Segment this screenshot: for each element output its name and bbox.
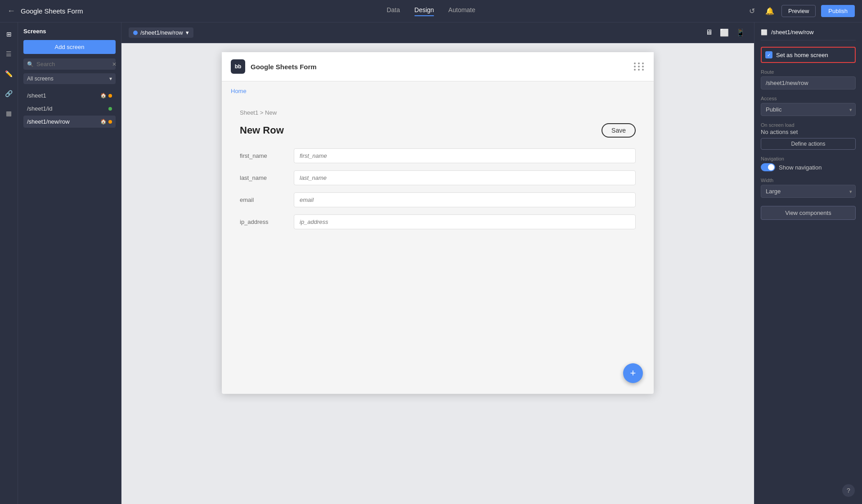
top-nav: ← Google Sheets Form Data Design Automat…: [0, 0, 862, 22]
add-screen-button[interactable]: Add screen: [23, 40, 116, 54]
status-dot: [108, 94, 112, 98]
access-section-label: Access: [761, 96, 856, 101]
screen-item-active[interactable]: /sheet1/new/row 🏠: [23, 116, 116, 128]
search-icon: 🔍: [27, 61, 34, 67]
navigation-row: Show navigation: [761, 163, 856, 171]
main-layout: ⊞ ☰ ✏️ 🔗 ▦ Screens Add screen 🔍 ✕ All sc…: [0, 22, 862, 504]
screens-title: Screens: [23, 28, 116, 35]
app-content: Sheet1 > New New Row Save first_name las…: [222, 100, 654, 245]
screen-list: /sheet1 🏠 /sheet1/id /sheet1/new/row 🏠: [23, 89, 116, 128]
nav-home-link[interactable]: Home: [231, 88, 247, 94]
desktop-icon[interactable]: 🖥: [704, 27, 714, 39]
access-select-wrapper: Public Private: [761, 103, 856, 116]
form-row: email: [240, 192, 636, 207]
canvas-frame: bb Google Sheets Form Home Sheet1 > New: [121, 43, 754, 504]
navigation-section-label: Navigation: [761, 156, 856, 161]
first-name-input[interactable]: [294, 148, 636, 163]
tab-design[interactable]: Design: [414, 6, 434, 16]
home-checkbox: ✓: [765, 51, 772, 58]
route-chevron-icon: ▾: [186, 29, 189, 36]
right-panel: ⬜ /sheet1/new/row ✓ Set as home screen R…: [754, 22, 862, 504]
on-screen-load-label: On screen load: [761, 122, 856, 128]
form-row: last_name: [240, 170, 636, 185]
field-label: first_name: [240, 152, 294, 159]
ip-address-input[interactable]: [294, 214, 636, 229]
home-screen-label: Set as home screen: [776, 52, 828, 58]
route-dot: [133, 31, 138, 35]
preview-button[interactable]: Preview: [781, 5, 816, 17]
access-select[interactable]: Public Private: [761, 103, 856, 116]
sidebar-icon-layers[interactable]: ☰: [3, 48, 15, 60]
mobile-icon[interactable]: 📱: [734, 27, 747, 39]
fab-button[interactable]: +: [623, 363, 643, 383]
app-nav: Home: [222, 81, 654, 100]
search-input[interactable]: [36, 61, 112, 67]
route-input[interactable]: [761, 76, 856, 89]
bell-icon[interactable]: 🔔: [763, 5, 776, 18]
canvas-area: /sheet1/new/row ▾ 🖥 ⬜ 📱 bb Google Sheets…: [121, 22, 754, 504]
undo-icon[interactable]: ↺: [745, 5, 758, 18]
home-icon: 🏠: [100, 93, 107, 98]
app-header: bb Google Sheets Form: [222, 52, 654, 81]
app-logo: bb: [231, 59, 245, 74]
tab-data[interactable]: Data: [386, 6, 400, 16]
tab-automate[interactable]: Automate: [449, 6, 476, 16]
right-route-value: /sheet1/new/row: [771, 29, 814, 36]
sidebar-icon-brush[interactable]: ✏️: [3, 67, 15, 80]
no-actions-text: No actions set: [761, 129, 856, 135]
show-navigation-label: Show navigation: [779, 164, 822, 171]
status-dot: [108, 120, 112, 124]
form-title-row: New Row Save: [240, 123, 636, 138]
publish-button[interactable]: Publish: [821, 5, 855, 17]
last-name-input[interactable]: [294, 170, 636, 185]
help-button[interactable]: ?: [842, 484, 855, 497]
route-section-label: Route: [761, 69, 856, 75]
width-select-wrapper: Large Medium Small: [761, 185, 856, 198]
sidebar-icon-grid[interactable]: ▦: [3, 107, 15, 120]
app-title: Google Sheets Form: [21, 7, 83, 15]
on-screen-load-section: On screen load No actions set Define act…: [761, 122, 856, 150]
field-label: email: [240, 196, 294, 203]
app-frame: bb Google Sheets Form Home Sheet1 > New: [222, 52, 654, 394]
breadcrumb: Sheet1 > New: [240, 109, 636, 116]
email-input[interactable]: [294, 192, 636, 207]
access-section: Access Public Private: [761, 96, 856, 116]
field-label: ip_address: [240, 219, 294, 225]
screen-item[interactable]: /sheet1/id: [23, 103, 116, 115]
route-label: /sheet1/new/row: [140, 29, 183, 36]
app-name-label: Google Sheets Form: [251, 63, 317, 71]
navigation-section: Navigation Show navigation: [761, 156, 856, 171]
back-button[interactable]: ←: [7, 6, 15, 16]
more-options-icon[interactable]: [634, 62, 645, 71]
chevron-down-icon: ▾: [109, 76, 112, 82]
route-section: Route: [761, 69, 856, 89]
screen-filter-dropdown[interactable]: All screens ▾: [23, 73, 116, 84]
define-actions-button[interactable]: Define actions: [761, 138, 856, 150]
show-navigation-toggle[interactable]: [761, 163, 775, 171]
status-dot: [108, 107, 112, 111]
right-panel-route-header: ⬜ /sheet1/new/row: [761, 29, 856, 40]
canvas-toolbar: /sheet1/new/row ▾ 🖥 ⬜ 📱: [121, 22, 754, 43]
device-icons: 🖥 ⬜ 📱: [704, 27, 747, 39]
tablet-icon[interactable]: ⬜: [718, 27, 731, 39]
width-section-label: Width: [761, 178, 856, 183]
form-row: first_name: [240, 148, 636, 163]
home-icon: 🏠: [100, 119, 107, 125]
layout-icon: ⬜: [761, 29, 768, 36]
width-select[interactable]: Large Medium Small: [761, 185, 856, 198]
set-home-screen-row[interactable]: ✓ Set as home screen: [761, 47, 856, 63]
search-box: 🔍 ✕: [23, 58, 116, 70]
sidebar-icon-link[interactable]: 🔗: [3, 87, 15, 100]
search-clear-icon[interactable]: ✕: [112, 61, 117, 67]
save-button[interactable]: Save: [602, 123, 636, 138]
route-badge[interactable]: /sheet1/new/row ▾: [129, 27, 193, 38]
form-title: New Row: [240, 125, 602, 136]
width-section: Width Large Medium Small: [761, 178, 856, 198]
screens-panel: Screens Add screen 🔍 ✕ All screens ▾ /sh…: [18, 22, 121, 504]
icon-sidebar: ⊞ ☰ ✏️ 🔗 ▦: [0, 22, 18, 504]
screen-item[interactable]: /sheet1 🏠: [23, 89, 116, 102]
view-components-button[interactable]: View components: [761, 206, 856, 220]
toggle-knob: [768, 164, 774, 170]
sidebar-icon-screens[interactable]: ⊞: [3, 28, 15, 40]
form-row: ip_address: [240, 214, 636, 229]
